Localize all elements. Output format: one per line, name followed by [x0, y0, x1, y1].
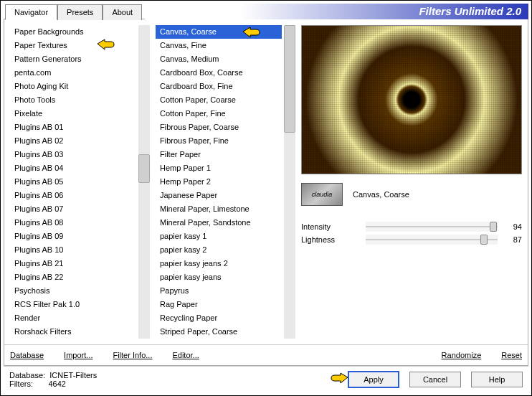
intensity-slider[interactable] — [366, 222, 498, 232]
filter-scrollbar[interactable] — [284, 25, 295, 339]
filter-item[interactable]: Rag Paper — [156, 298, 282, 311]
filter-item[interactable]: papier kasy jeans — [156, 270, 282, 284]
filter-count: 4642 — [48, 380, 65, 388]
tab-navigator[interactable]: Navigator — [5, 4, 57, 20]
category-list-wrap: Paper BackgroundsPaper TexturesPattern G… — [10, 25, 150, 339]
filter-item[interactable]: Japanese Paper — [156, 189, 282, 202]
category-item[interactable]: penta.com — [10, 66, 136, 80]
category-item[interactable]: Pixelate — [10, 107, 136, 121]
filter-item[interactable]: papier kasy 1 — [156, 230, 282, 243]
app-title: Filters Unlimited 2.0 — [419, 5, 521, 17]
filter-item[interactable]: Canvas, Coarse — [156, 25, 282, 39]
filter-item[interactable]: Mineral Paper, Limestone — [156, 202, 282, 216]
category-item[interactable]: Photo Aging Kit — [10, 80, 136, 93]
filter-item[interactable]: Mineral Paper, Sandstone — [156, 216, 282, 230]
category-item[interactable]: Psychosis — [10, 284, 136, 298]
status-bar: Database: ICNET-Filters Filters: 4642 Ap… — [4, 366, 528, 392]
category-item[interactable]: Plugins AB 10 — [10, 243, 136, 257]
category-item[interactable]: Plugins AB 01 — [10, 121, 136, 134]
filter-info-button[interactable]: Filter Info... — [113, 349, 152, 361]
import-button[interactable]: Import... — [64, 349, 92, 361]
param-lightness: Lightness 87 — [301, 235, 522, 245]
filter-item[interactable]: Filter Paper — [156, 148, 282, 161]
parameter-panel: Intensity 94 Lightness 87 — [301, 219, 522, 248]
filter-item[interactable]: Fibrous Paper, Coarse — [156, 121, 282, 134]
category-item[interactable]: Plugins AB 09 — [10, 230, 136, 243]
lightness-value: 87 — [505, 235, 522, 244]
title-area: Filters Unlimited 2.0 — [145, 4, 528, 19]
tab-about[interactable]: About — [103, 4, 142, 20]
category-item[interactable]: Plugins AB 03 — [10, 148, 136, 161]
filter-list-wrap: Canvas, CoarseCanvas, FineCanvas, Medium… — [156, 25, 295, 339]
cancel-button[interactable]: Cancel — [409, 372, 461, 387]
filter-item[interactable]: Cotton Paper, Fine — [156, 107, 282, 121]
randomize-button[interactable]: Randomize — [442, 349, 482, 361]
tab-presets[interactable]: Presets — [57, 4, 103, 20]
toolbar: Database Import... Filter Info... Editor… — [4, 344, 528, 365]
filter-item[interactable]: Cardboard Box, Fine — [156, 80, 282, 93]
param-intensity: Intensity 94 — [301, 222, 522, 232]
filter-item[interactable]: papier kasy jeans 2 — [156, 257, 282, 270]
filter-item[interactable]: Canvas, Fine — [156, 39, 282, 52]
category-item[interactable]: Plugins AB 02 — [10, 134, 136, 148]
filter-item[interactable]: Papyrus — [156, 284, 282, 298]
editor-button[interactable]: Editor... — [172, 349, 199, 361]
filter-item[interactable]: papier kasy 2 — [156, 243, 282, 257]
preview-panel: claudia Canvas, Coarse Intensity 94 Ligh… — [301, 25, 522, 339]
filter-item[interactable]: Cardboard Box, Coarse — [156, 66, 282, 80]
filter-item[interactable]: Striped Paper, Coarse — [156, 325, 282, 339]
category-item[interactable]: Paper Backgrounds — [10, 25, 136, 39]
filter-list[interactable]: Canvas, CoarseCanvas, FineCanvas, Medium… — [156, 25, 282, 339]
lightness-slider[interactable] — [366, 235, 498, 245]
claudia-logo: claudia — [301, 183, 343, 206]
category-scrollbar[interactable] — [138, 25, 150, 339]
filter-item[interactable]: Canvas, Medium — [156, 52, 282, 66]
category-item[interactable]: Plugins AB 07 — [10, 202, 136, 216]
category-item[interactable]: Plugins AB 22 — [10, 270, 136, 284]
category-list[interactable]: Paper BackgroundsPaper TexturesPattern G… — [10, 25, 137, 339]
category-item[interactable]: Render — [10, 311, 136, 325]
filter-preview — [301, 25, 522, 174]
category-item[interactable]: Plugins AB 04 — [10, 161, 136, 175]
help-button[interactable]: Help — [471, 372, 523, 387]
category-item[interactable]: Rorshack Filters — [10, 325, 136, 339]
category-item[interactable]: Pattern Generators — [10, 52, 136, 66]
reset-button[interactable]: Reset — [501, 349, 522, 361]
selected-filter-label: Canvas, Coarse — [353, 190, 409, 199]
category-item[interactable]: Photo Tools — [10, 93, 136, 107]
filter-item[interactable]: Hemp Paper 2 — [156, 175, 282, 189]
filter-item[interactable]: Fibrous Paper, Fine — [156, 134, 282, 148]
apply-button[interactable]: Apply — [348, 371, 399, 388]
database-button[interactable]: Database — [10, 349, 44, 361]
intensity-value: 94 — [505, 222, 522, 231]
category-item[interactable]: RCS Filter Pak 1.0 — [10, 298, 136, 311]
category-item[interactable]: Plugins AB 06 — [10, 189, 136, 202]
filter-item[interactable]: Cotton Paper, Coarse — [156, 93, 282, 107]
tab-bar: Navigator Presets About — [5, 4, 142, 19]
filter-item[interactable]: Hemp Paper 1 — [156, 161, 282, 175]
header: Navigator Presets About Filters Unlimite… — [4, 4, 528, 19]
database-name: ICNET-Filters — [49, 371, 97, 380]
category-item[interactable]: Plugins AB 05 — [10, 175, 136, 189]
category-item[interactable]: Plugins AB 21 — [10, 257, 136, 270]
category-item[interactable]: Plugins AB 08 — [10, 216, 136, 230]
filters-unlimited-window: Navigator Presets About Filters Unlimite… — [0, 0, 532, 396]
filter-item[interactable]: Recycling Paper — [156, 311, 282, 325]
category-item[interactable]: Paper Textures — [10, 39, 136, 52]
pointer-icon — [328, 369, 349, 385]
main-panel: Paper BackgroundsPaper TexturesPattern G… — [4, 19, 528, 366]
